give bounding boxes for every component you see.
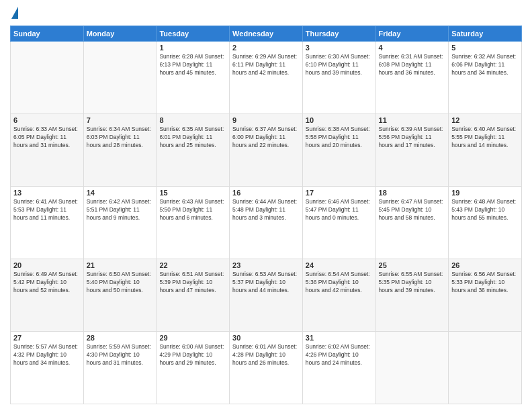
calendar-header-row: SundayMondayTuesdayWednesdayThursdayFrid… — [11, 26, 522, 42]
calendar-cell: 19Sunrise: 6:48 AM Sunset: 5:43 PM Dayli… — [449, 187, 522, 259]
calendar-cell: 15Sunrise: 6:43 AM Sunset: 5:50 PM Dayli… — [157, 187, 230, 259]
calendar-cell: 29Sunrise: 6:00 AM Sunset: 4:29 PM Dayli… — [157, 332, 230, 404]
calendar-cell: 27Sunrise: 5:57 AM Sunset: 4:32 PM Dayli… — [11, 332, 84, 404]
day-info: Sunrise: 6:54 AM Sunset: 5:36 PM Dayligh… — [306, 271, 373, 295]
day-number: 17 — [306, 189, 373, 197]
calendar-cell: 20Sunrise: 6:49 AM Sunset: 5:42 PM Dayli… — [11, 259, 84, 332]
calendar-cell — [11, 42, 84, 114]
calendar-cell: 24Sunrise: 6:54 AM Sunset: 5:36 PM Dayli… — [302, 259, 375, 332]
day-info: Sunrise: 6:00 AM Sunset: 4:29 PM Dayligh… — [159, 343, 226, 367]
day-number: 24 — [306, 261, 373, 269]
col-header-sunday: Sunday — [11, 26, 84, 42]
calendar-cell: 10Sunrise: 6:38 AM Sunset: 5:58 PM Dayli… — [302, 114, 375, 187]
day-number: 16 — [232, 189, 300, 197]
day-number: 27 — [13, 334, 81, 342]
calendar-cell: 7Sunrise: 6:34 AM Sunset: 6:03 PM Daylig… — [83, 114, 157, 187]
calendar-cell: 28Sunrise: 5:59 AM Sunset: 4:30 PM Dayli… — [83, 332, 157, 404]
calendar-cell: 18Sunrise: 6:47 AM Sunset: 5:45 PM Dayli… — [375, 187, 449, 259]
calendar-week-row: 1Sunrise: 6:28 AM Sunset: 6:13 PM Daylig… — [11, 42, 522, 114]
day-info: Sunrise: 6:35 AM Sunset: 6:01 PM Dayligh… — [159, 126, 226, 150]
day-info: Sunrise: 6:47 AM Sunset: 5:45 PM Dayligh… — [379, 198, 446, 222]
day-number: 23 — [232, 261, 300, 269]
day-number: 1 — [159, 44, 226, 52]
calendar-table: SundayMondayTuesdayWednesdayThursdayFrid… — [10, 26, 522, 404]
calendar-cell: 9Sunrise: 6:37 AM Sunset: 6:00 PM Daylig… — [230, 114, 303, 187]
calendar-cell: 12Sunrise: 6:40 AM Sunset: 5:55 PM Dayli… — [449, 114, 522, 187]
day-info: Sunrise: 6:41 AM Sunset: 5:53 PM Dayligh… — [13, 198, 81, 222]
page: SundayMondayTuesdayWednesdayThursdayFrid… — [0, 0, 532, 411]
calendar-cell: 21Sunrise: 6:50 AM Sunset: 5:40 PM Dayli… — [83, 259, 157, 332]
day-info: Sunrise: 6:32 AM Sunset: 6:06 PM Dayligh… — [451, 53, 519, 77]
day-info: Sunrise: 6:43 AM Sunset: 5:50 PM Dayligh… — [159, 198, 226, 222]
day-number: 26 — [451, 261, 519, 269]
day-number: 12 — [451, 116, 519, 124]
col-header-wednesday: Wednesday — [230, 26, 303, 42]
day-number: 21 — [87, 261, 154, 269]
logo-triangle-icon — [11, 7, 18, 19]
day-number: 28 — [87, 334, 154, 342]
calendar-cell: 17Sunrise: 6:46 AM Sunset: 5:47 PM Dayli… — [302, 187, 375, 259]
calendar-cell — [83, 42, 157, 114]
day-number: 2 — [232, 44, 300, 52]
calendar-cell: 14Sunrise: 6:42 AM Sunset: 5:51 PM Dayli… — [83, 187, 157, 259]
calendar-cell: 30Sunrise: 6:01 AM Sunset: 4:28 PM Dayli… — [230, 332, 303, 404]
day-info: Sunrise: 6:30 AM Sunset: 6:10 PM Dayligh… — [306, 53, 373, 77]
day-number: 29 — [159, 334, 226, 342]
day-info: Sunrise: 6:34 AM Sunset: 6:03 PM Dayligh… — [87, 126, 154, 150]
calendar-cell — [375, 332, 449, 404]
day-info: Sunrise: 6:37 AM Sunset: 6:00 PM Dayligh… — [232, 126, 300, 150]
day-number: 18 — [379, 189, 446, 197]
day-info: Sunrise: 5:57 AM Sunset: 4:32 PM Dayligh… — [13, 343, 81, 367]
day-info: Sunrise: 6:55 AM Sunset: 5:35 PM Dayligh… — [379, 271, 446, 295]
calendar-cell: 13Sunrise: 6:41 AM Sunset: 5:53 PM Dayli… — [11, 187, 84, 259]
day-info: Sunrise: 6:38 AM Sunset: 5:58 PM Dayligh… — [306, 126, 373, 150]
calendar-cell: 26Sunrise: 6:56 AM Sunset: 5:33 PM Dayli… — [449, 259, 522, 332]
calendar-cell: 11Sunrise: 6:39 AM Sunset: 5:56 PM Dayli… — [375, 114, 449, 187]
day-info: Sunrise: 6:50 AM Sunset: 5:40 PM Dayligh… — [87, 271, 154, 295]
calendar-cell: 25Sunrise: 6:55 AM Sunset: 5:35 PM Dayli… — [375, 259, 449, 332]
day-info: Sunrise: 6:48 AM Sunset: 5:43 PM Dayligh… — [451, 198, 519, 222]
day-info: Sunrise: 6:01 AM Sunset: 4:28 PM Dayligh… — [232, 343, 300, 367]
calendar-week-row: 27Sunrise: 5:57 AM Sunset: 4:32 PM Dayli… — [11, 332, 522, 404]
calendar-cell: 16Sunrise: 6:44 AM Sunset: 5:48 PM Dayli… — [230, 187, 303, 259]
col-header-friday: Friday — [375, 26, 449, 42]
header — [10, 7, 522, 20]
day-number: 10 — [306, 116, 373, 124]
day-info: Sunrise: 6:39 AM Sunset: 5:56 PM Dayligh… — [379, 126, 446, 150]
day-info: Sunrise: 6:02 AM Sunset: 4:26 PM Dayligh… — [306, 343, 373, 367]
day-number: 4 — [379, 44, 446, 52]
day-info: Sunrise: 6:46 AM Sunset: 5:47 PM Dayligh… — [306, 198, 373, 222]
day-number: 25 — [379, 261, 446, 269]
day-number: 20 — [13, 261, 81, 269]
calendar-week-row: 20Sunrise: 6:49 AM Sunset: 5:42 PM Dayli… — [11, 259, 522, 332]
calendar-cell: 4Sunrise: 6:31 AM Sunset: 6:08 PM Daylig… — [375, 42, 449, 114]
day-number: 9 — [232, 116, 300, 124]
calendar-week-row: 6Sunrise: 6:33 AM Sunset: 6:05 PM Daylig… — [11, 114, 522, 187]
calendar-week-row: 13Sunrise: 6:41 AM Sunset: 5:53 PM Dayli… — [11, 187, 522, 259]
day-info: Sunrise: 6:33 AM Sunset: 6:05 PM Dayligh… — [13, 126, 81, 150]
day-number: 8 — [159, 116, 226, 124]
day-info: Sunrise: 6:28 AM Sunset: 6:13 PM Dayligh… — [159, 53, 226, 77]
calendar-cell: 23Sunrise: 6:53 AM Sunset: 5:37 PM Dayli… — [230, 259, 303, 332]
col-header-thursday: Thursday — [302, 26, 375, 42]
day-number: 7 — [87, 116, 154, 124]
day-number: 22 — [159, 261, 226, 269]
calendar-cell: 2Sunrise: 6:29 AM Sunset: 6:11 PM Daylig… — [230, 42, 303, 114]
day-info: Sunrise: 6:51 AM Sunset: 5:39 PM Dayligh… — [159, 271, 226, 295]
day-info: Sunrise: 6:56 AM Sunset: 5:33 PM Dayligh… — [451, 271, 519, 295]
day-number: 31 — [306, 334, 373, 342]
day-number: 15 — [159, 189, 226, 197]
calendar-cell: 22Sunrise: 6:51 AM Sunset: 5:39 PM Dayli… — [157, 259, 230, 332]
col-header-tuesday: Tuesday — [157, 26, 230, 42]
calendar-cell: 5Sunrise: 6:32 AM Sunset: 6:06 PM Daylig… — [449, 42, 522, 114]
day-info: Sunrise: 6:42 AM Sunset: 5:51 PM Dayligh… — [87, 198, 154, 222]
day-number: 11 — [379, 116, 446, 124]
calendar-cell — [449, 332, 522, 404]
day-number: 19 — [451, 189, 519, 197]
col-header-saturday: Saturday — [449, 26, 522, 42]
calendar-cell: 8Sunrise: 6:35 AM Sunset: 6:01 PM Daylig… — [157, 114, 230, 187]
day-info: Sunrise: 6:31 AM Sunset: 6:08 PM Dayligh… — [379, 53, 446, 77]
day-number: 14 — [87, 189, 154, 197]
calendar-cell: 3Sunrise: 6:30 AM Sunset: 6:10 PM Daylig… — [302, 42, 375, 114]
calendar-cell: 1Sunrise: 6:28 AM Sunset: 6:13 PM Daylig… — [157, 42, 230, 114]
